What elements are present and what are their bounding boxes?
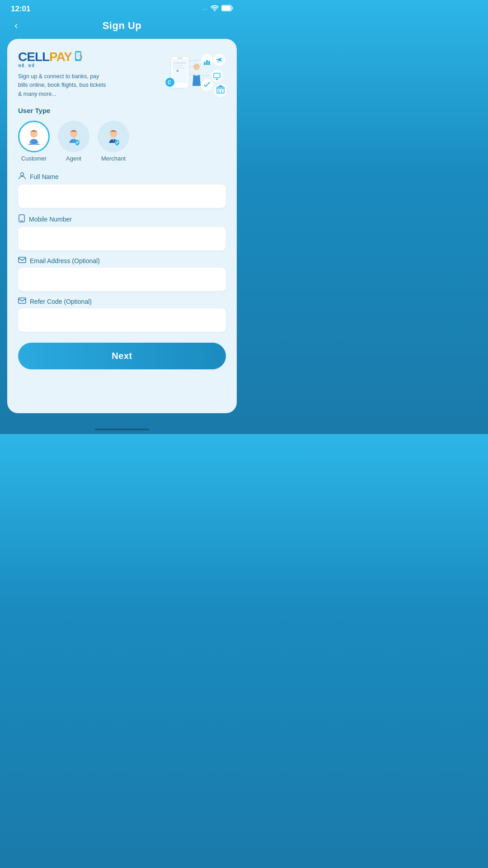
svg-rect-1 <box>222 6 231 11</box>
brand-illustration: « C <box>154 50 226 99</box>
mobile-input[interactable] <box>18 227 226 250</box>
fullname-input[interactable] <box>18 184 226 208</box>
fullname-label: Full Name <box>30 173 59 180</box>
user-type-row: Customer Agent <box>18 121 226 162</box>
brand-description: Sign up & connect to banks, pay bills on… <box>18 72 108 99</box>
refercode-label: Refer Code (Optional) <box>30 298 92 305</box>
customer-avatar <box>18 121 50 152</box>
wifi-icon <box>211 5 219 13</box>
svg-rect-2 <box>232 7 233 9</box>
brand-row: CELLPAY सबै. सधैं Sign up & connect to b… <box>18 50 226 99</box>
svg-rect-20 <box>206 60 208 65</box>
battery-icon <box>221 5 233 13</box>
agent-avatar <box>58 121 89 152</box>
svg-line-35 <box>189 60 201 61</box>
user-type-customer[interactable]: Customer <box>18 121 50 162</box>
merchant-avatar <box>98 121 129 152</box>
person-icon <box>18 172 26 182</box>
refercode-icon <box>18 297 26 306</box>
fullname-field-group: Full Name <box>18 172 226 208</box>
svg-rect-9 <box>174 62 186 64</box>
mobile-field-group: Mobile Number <box>18 214 226 250</box>
merchant-label: Merchant <box>101 155 126 162</box>
mobile-icon <box>18 214 25 224</box>
logo-pay-text: PAY <box>49 50 72 64</box>
fullname-label-row: Full Name <box>18 172 226 182</box>
page-title: Sign Up <box>103 20 142 32</box>
svg-point-23 <box>211 70 223 82</box>
home-indicator <box>95 429 149 430</box>
signup-card: CELLPAY सबै. सधैं Sign up & connect to b… <box>7 39 237 413</box>
svg-text:C: C <box>168 80 171 85</box>
status-icons: ··· <box>202 5 233 13</box>
brand-logo: CELLPAY सबै. सधैं <box>18 50 154 69</box>
email-icon <box>18 257 26 265</box>
email-label-row: Email Address (Optional) <box>18 257 226 265</box>
refercode-field-group: Refer Code (Optional) <box>18 297 226 332</box>
refercode-label-row: Refer Code (Optional) <box>18 297 226 306</box>
user-type-section-label: User Type <box>18 107 226 114</box>
svg-text:«: « <box>176 68 179 73</box>
svg-line-36 <box>189 75 211 76</box>
status-bar: 12:01 ··· <box>0 0 244 16</box>
svg-rect-11 <box>174 67 184 68</box>
logo-cell-text: CELL <box>18 50 49 64</box>
svg-point-15 <box>193 64 200 70</box>
user-type-merchant[interactable]: Merchant <box>98 121 129 162</box>
mobile-label: Mobile Number <box>29 216 72 223</box>
status-time: 12:01 <box>11 5 30 14</box>
email-field-group: Email Address (Optional) <box>18 257 226 291</box>
svg-point-41 <box>21 173 24 176</box>
user-type-agent[interactable]: Agent <box>58 121 89 162</box>
email-input[interactable] <box>18 268 226 291</box>
next-button[interactable]: Next <box>18 343 226 369</box>
customer-label: Customer <box>21 155 47 162</box>
svg-rect-44 <box>19 257 26 263</box>
svg-rect-8 <box>177 57 183 59</box>
refercode-input[interactable] <box>18 308 226 332</box>
agent-label: Agent <box>66 155 81 162</box>
header: ‹ Sign Up <box>0 16 244 39</box>
svg-rect-45 <box>19 298 26 303</box>
svg-rect-21 <box>208 61 210 65</box>
svg-rect-10 <box>174 65 183 66</box>
signal-icon: ··· <box>202 6 208 12</box>
back-button[interactable]: ‹ <box>11 18 21 33</box>
brand-left: CELLPAY सबै. सधैं Sign up & connect to b… <box>18 50 154 99</box>
svg-rect-30 <box>218 90 220 93</box>
svg-rect-31 <box>221 90 222 93</box>
email-label: Email Address (Optional) <box>30 257 100 264</box>
mobile-label-row: Mobile Number <box>18 214 226 224</box>
svg-rect-19 <box>204 62 206 65</box>
